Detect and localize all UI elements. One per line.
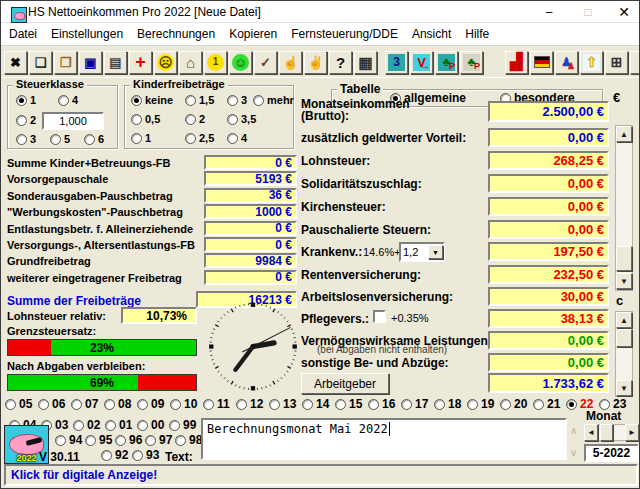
radio-year-02[interactable]: 02	[73, 418, 100, 432]
radio-year-01[interactable]: 01	[105, 418, 132, 432]
close-button[interactable]: ✕	[609, 1, 639, 23]
spin-down-icon[interactable]: ∨	[570, 447, 577, 458]
table-button[interactable]: ▦	[354, 51, 377, 74]
amount-scrollbar-thumb[interactable]	[616, 246, 632, 271]
radio-year-99[interactable]: 99	[169, 418, 196, 432]
red-cross-button[interactable]: +	[129, 51, 152, 74]
radio-year-20[interactable]: 20	[500, 397, 527, 411]
tree-p-button[interactable]: ♣P	[435, 51, 458, 74]
radio-kinderfb-2-5[interactable]: 2,5	[185, 132, 214, 144]
menu-datei[interactable]: Datei	[9, 27, 37, 41]
radio-kinderfb-0-5[interactable]: 0,5	[131, 113, 160, 125]
info-button[interactable]: i	[630, 51, 640, 74]
pflegeversicherung-checkbox[interactable]	[373, 310, 386, 323]
radio-year-05[interactable]: 05	[5, 397, 32, 411]
menu-hilfe[interactable]: Hilfe	[465, 27, 489, 41]
radio-year-19[interactable]: 19	[467, 397, 494, 411]
church-button[interactable]: ⌂	[179, 51, 202, 74]
radio-year-13[interactable]: 13	[269, 397, 296, 411]
calculator-button[interactable]: ⊞	[605, 51, 628, 74]
radio-kinderfb-mehr[interactable]: mehr	[253, 94, 294, 106]
radio-kinderfb-1[interactable]: 1	[131, 132, 151, 144]
monat-scrollbar-right[interactable]: ►	[625, 424, 639, 441]
coin-button[interactable]: 1	[204, 51, 227, 74]
analog-clock[interactable]	[203, 300, 303, 397]
radio-year-94[interactable]: 94	[55, 433, 82, 447]
v-export-button[interactable]: V→	[410, 51, 433, 74]
radio-kinderfb-1-5[interactable]: 1,5	[185, 94, 214, 106]
radio-kinderfb-3-5[interactable]: 3,5	[227, 113, 256, 125]
field-sonstige-abzuege[interactable]: 0,00 €	[488, 353, 609, 372]
radio-year-96[interactable]: 96	[115, 433, 142, 447]
smiley-button[interactable]: ☺	[229, 51, 252, 74]
radio-year-92[interactable]: 92	[101, 448, 128, 462]
monat-scrollbar-left[interactable]: ◄	[584, 424, 598, 441]
radio-kinderfb-2[interactable]: 2	[185, 113, 205, 125]
radio-kinderfb-4[interactable]: 4	[227, 132, 247, 144]
radio-year-06[interactable]: 06	[38, 397, 65, 411]
menu-einstellungen[interactable]: Einstellungen	[51, 27, 123, 41]
amount-scrollbar-up[interactable]: ▲	[616, 126, 632, 142]
save-button[interactable]: ▣	[79, 51, 102, 74]
new-file-button[interactable]: ❏	[29, 51, 52, 74]
stairs-button[interactable]: ▟	[505, 51, 528, 74]
radio-year-98[interactable]: 98	[175, 433, 202, 447]
dropdown-arrow-icon[interactable]: ▼	[428, 245, 443, 259]
radio-year-09[interactable]: 09	[137, 397, 164, 411]
radio-year-10[interactable]: 10	[170, 397, 197, 411]
radio-year-93[interactable]: 93	[132, 448, 159, 462]
radio-steuerklasse-4[interactable]: 4	[58, 94, 78, 106]
arbeitgeber-button[interactable]: Arbeitgeber	[301, 373, 389, 394]
radio-year-97[interactable]: 97	[145, 433, 172, 447]
radio-year-15[interactable]: 15	[335, 397, 362, 411]
pipe-button[interactable]: ✓	[254, 51, 277, 74]
field-geldwerter-vorteil[interactable]: 0,00 €	[488, 128, 609, 147]
maximize-button[interactable]: □	[573, 1, 603, 23]
chart-3d-button[interactable]: 3	[385, 51, 408, 74]
help-button[interactable]: ?	[329, 51, 352, 74]
amount-scrollbar-down[interactable]: ▼	[616, 273, 632, 289]
radio-steuerklasse-2[interactable]: 2	[16, 114, 36, 126]
comment-textarea[interactable]: Berechnungsmonat Mai 2022	[201, 418, 567, 460]
radio-year-08[interactable]: 08	[104, 397, 131, 411]
menu-fernsteuerung-dde[interactable]: Fernsteuerung/DDE	[291, 27, 398, 41]
radio-year-12[interactable]: 12	[236, 397, 263, 411]
radio-year-18[interactable]: 18	[434, 397, 461, 411]
hand-point-button[interactable]: ☝	[279, 51, 302, 74]
status-bar[interactable]: Klick für digitale Anzeige!	[4, 464, 638, 486]
cent-scrollbar-down[interactable]: ▼	[616, 380, 632, 396]
sad-face-button[interactable]: ☹	[154, 51, 177, 74]
radio-steuerklasse-1[interactable]: 1	[16, 94, 36, 106]
monat-scrollbar-thumb[interactable]	[600, 424, 613, 441]
steuerklasse-factor-input[interactable]: 1,000	[42, 112, 104, 130]
menu-ansicht[interactable]: Ansicht	[412, 27, 451, 41]
menu-kopieren[interactable]: Kopieren	[229, 27, 277, 41]
german-flag-button[interactable]	[530, 51, 553, 74]
radio-kinderfb-keine[interactable]: keine	[131, 94, 173, 106]
radio-steuerklasse-5[interactable]: 5	[50, 133, 70, 145]
krankenversicherung-surcharge-dropdown[interactable]: 1,2▼	[399, 242, 445, 262]
people-button[interactable]: ♟♟	[555, 51, 578, 74]
radio-year-07[interactable]: 07	[71, 397, 98, 411]
exit-button[interactable]: ✖	[4, 51, 27, 74]
field-monatseinkommen[interactable]: 2.500,00 €	[488, 101, 609, 122]
radio-year-95[interactable]: 95	[85, 433, 112, 447]
radio-year-16[interactable]: 16	[368, 397, 395, 411]
radio-steuerklasse-3[interactable]: 3	[16, 133, 36, 145]
radio-year-17[interactable]: 17	[401, 397, 428, 411]
open-folder-button[interactable]: ❒	[54, 51, 77, 74]
radio-kinderfb-3[interactable]: 3	[227, 94, 247, 106]
radio-year-21[interactable]: 21	[533, 397, 560, 411]
radio-year-11[interactable]: 11	[203, 397, 230, 411]
radio-year-00[interactable]: 00	[137, 418, 164, 432]
up-arrow-button[interactable]: ⇧	[580, 51, 603, 74]
radio-steuerklasse-6[interactable]: 6	[84, 133, 104, 145]
radio-year-14[interactable]: 14	[302, 397, 329, 411]
cent-scrollbar-up[interactable]: ▲	[616, 312, 632, 328]
print-button[interactable]: ▤	[104, 51, 127, 74]
spin-up-icon[interactable]: ∧	[570, 425, 577, 436]
hand-two-finger-button[interactable]: ✌	[304, 51, 327, 74]
cent-scrollbar-thumb[interactable]	[616, 329, 632, 347]
minimize-button[interactable]: –	[534, 1, 564, 23]
allowance-value-weiterer-eingetragener-freibetrag[interactable]: 0 €	[204, 270, 297, 285]
